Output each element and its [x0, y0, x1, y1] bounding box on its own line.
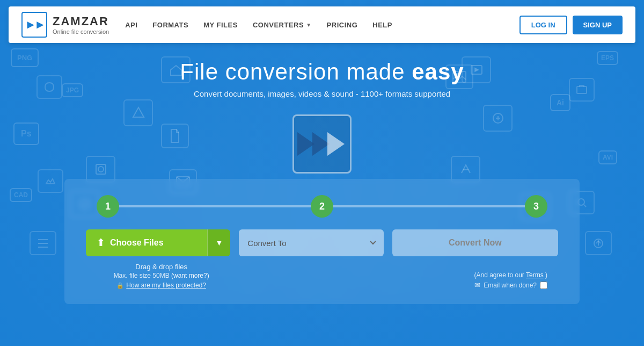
arrow-3 — [327, 132, 345, 156]
lock-icon: 🔒 — [116, 282, 124, 289]
logo-area[interactable]: ►► ZAMZAR Online file conversion — [21, 12, 109, 38]
center-animation — [0, 114, 644, 174]
choose-files-button[interactable]: ⬆ Choose Files — [86, 229, 207, 256]
step-line-1 — [119, 205, 311, 207]
choose-files-wrap: ⬆ Choose Files ▼ — [86, 229, 230, 256]
logo-text: ZAMZAR Online file conversion — [53, 15, 109, 35]
email-icon: ✉ — [474, 281, 480, 289]
logo-arrows: ►► — [25, 18, 44, 32]
step-line-2 — [333, 205, 525, 207]
choose-files-label: Choose Files — [110, 238, 164, 248]
action-row: ⬆ Choose Files ▼ Convert To Convert Now — [86, 229, 558, 256]
converters-dropdown-arrow: ▼ — [306, 22, 311, 28]
nav-link-converters[interactable]: CONVERTERS ▼ — [253, 21, 312, 29]
choose-files-dropdown[interactable]: ▼ — [207, 229, 230, 256]
nav-link-myfiles[interactable]: MY FILES — [203, 21, 238, 29]
email-label: Email when done? — [484, 282, 537, 289]
terms-text: (And agree to our Terms ) — [474, 271, 547, 279]
logo-name: ZAMZAR — [53, 15, 109, 28]
terms-close: ) — [545, 271, 547, 279]
steps-indicator: 1 2 3 — [86, 195, 558, 218]
step-2: 2 — [311, 195, 333, 218]
play-arrows — [299, 132, 345, 156]
step-1: 1 — [97, 195, 119, 218]
protected-link: 🔒 How are my files protected? — [86, 282, 237, 289]
below-row: Drag & drop files Max. file size 50MB (w… — [86, 263, 558, 289]
nav-buttons: LOG IN SIGN UP — [519, 16, 623, 34]
email-row: ✉ Email when done? — [474, 281, 547, 289]
convert-now-button[interactable]: Convert Now — [392, 229, 558, 256]
convert-to-select[interactable]: Convert To — [239, 229, 383, 256]
hero-title: File conversion made easy — [0, 59, 644, 85]
convert-to-wrap: Convert To — [239, 229, 383, 256]
file-size-text: Max. file size 50MB (want more?) — [86, 272, 237, 279]
nav-link-api[interactable]: API — [125, 21, 137, 29]
max-file-label: Max. file size 50MB — [114, 272, 170, 279]
navbar: ►► ZAMZAR Online file conversion API FOR… — [9, 6, 635, 43]
email-checkbox[interactable] — [540, 282, 547, 289]
terms-prefix: (And agree to our — [474, 271, 526, 279]
zamzar-logo-large — [292, 114, 352, 174]
login-button[interactable]: LOG IN — [519, 16, 567, 34]
below-left: Drag & drop files Max. file size 50MB (w… — [86, 263, 237, 289]
hero-title-normal: File conversion made — [180, 59, 412, 84]
nav-link-formats[interactable]: FORMATS — [152, 21, 188, 29]
hero-title-bold: easy — [412, 59, 464, 84]
logo-icon: ►► — [21, 12, 47, 38]
step-3: 3 — [525, 195, 547, 218]
logo-sub: Online file conversion — [53, 28, 109, 35]
drag-drop-text: Drag & drop files — [86, 263, 237, 271]
hero-section: File conversion made easy Convert docume… — [0, 43, 644, 109]
below-right: (And agree to our Terms ) ✉ Email when d… — [245, 263, 558, 289]
nav-link-help[interactable]: HELP — [372, 21, 392, 29]
nav-links: API FORMATS MY FILES CONVERTERS ▼ PRICIN… — [125, 21, 519, 29]
nav-link-pricing[interactable]: PRICING — [327, 21, 358, 29]
want-more-link[interactable]: (want more?) — [171, 272, 209, 279]
terms-link[interactable]: Terms — [526, 271, 544, 279]
hero-subtitle: Convert documents, images, videos & soun… — [0, 89, 644, 98]
signup-button[interactable]: SIGN UP — [573, 16, 623, 34]
upload-icon: ⬆ — [97, 237, 105, 249]
protected-link-text[interactable]: How are my files protected? — [126, 282, 206, 289]
conversion-panel: 1 2 3 ⬆ Choose Files ▼ Convert To Conver… — [64, 179, 580, 304]
